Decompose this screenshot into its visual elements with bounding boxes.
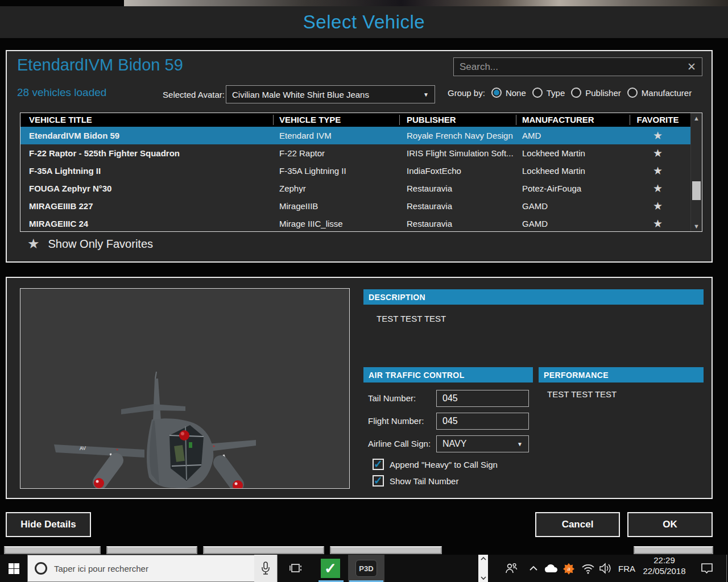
taskbar-clock[interactable]: 22:29 22/05/2018 — [638, 555, 690, 576]
start-button[interactable] — [0, 555, 27, 582]
checkbox-icon[interactable]: ✓ — [373, 475, 384, 487]
group-by-manufacturer[interactable]: Manufacturer — [627, 88, 692, 98]
column-header-favorite[interactable]: FAVORITE — [630, 115, 685, 125]
selected-avatar-label: Selected Avatar: — [154, 90, 225, 99]
cell-vehicle-title: F-22 Raptor - 525th Fighter Squadron — [20, 148, 274, 158]
cell-vehicle-type: Mirage IIIC_lisse — [274, 219, 400, 228]
green-check-icon: ✓ — [321, 559, 340, 578]
show-only-favorites-toggle[interactable]: ★ Show Only Favorites — [27, 236, 153, 252]
radio-label: Publisher — [585, 88, 621, 98]
table-row[interactable]: FOUGA Zephyr N°30 Zephyr Restauravia Pot… — [20, 180, 690, 197]
cancel-button[interactable]: Cancel — [535, 512, 620, 537]
language-indicator[interactable]: FRA — [617, 555, 637, 582]
cloud-icon — [544, 563, 559, 573]
svg-text:a: a — [567, 566, 570, 572]
checkbox-icon[interactable]: ✓ — [373, 459, 384, 470]
radio-icon — [491, 88, 502, 98]
scrollbar-thumb[interactable] — [692, 181, 701, 200]
group-by-publisher[interactable]: Publisher — [571, 88, 621, 98]
cell-favorite: ★ — [630, 129, 685, 142]
hidden-icons-button[interactable] — [527, 555, 540, 582]
selected-avatar-value: Civilian Male White Shirt Blue Jeans — [232, 90, 369, 99]
clear-search-icon[interactable]: ✕ — [681, 60, 702, 73]
taskbar-app-p3d[interactable]: P3D — [348, 555, 384, 582]
column-header-vehicle-type[interactable]: VEHICLE TYPE — [274, 115, 400, 125]
favorite-star-icon[interactable]: ★ — [653, 147, 663, 159]
group-by-none[interactable]: None — [491, 88, 526, 98]
vehicle-list-panel: EtendardIVM Bidon 59 28 vehicles loaded … — [6, 50, 713, 263]
favorite-star-icon[interactable]: ★ — [653, 182, 663, 194]
radio-icon — [571, 88, 581, 98]
table-row[interactable]: F-22 Raptor - 525th Fighter Squadron F-2… — [20, 144, 690, 162]
flight-number-input[interactable] — [436, 413, 529, 430]
table-row[interactable]: MIRAGEIIIB 227 MirageIIIB Restauravia GA… — [20, 197, 690, 215]
wifi-icon — [581, 563, 595, 574]
show-desktop-button[interactable] — [726, 555, 727, 582]
radio-label: Type — [547, 88, 565, 98]
cell-favorite: ★ — [630, 164, 685, 177]
table-row[interactable]: EtendardIVM Bidon 59 Etendard IVM Royale… — [20, 127, 690, 144]
overlay-scrollbar[interactable] — [478, 555, 488, 582]
check-mark: ✓ — [374, 475, 383, 486]
selected-avatar-dropdown[interactable]: Civilian Male White Shirt Blue Jeans ▼ — [226, 85, 435, 103]
microphone-zone[interactable] — [254, 555, 277, 582]
column-header-manufacturer[interactable]: MANUFACTURER — [516, 115, 630, 125]
table-row[interactable]: MIRAGEIIIC 24 Mirage IIIC_lisse Restaura… — [20, 215, 690, 232]
show-tail-number-checkbox-row[interactable]: ✓ Show Tail Number — [373, 475, 458, 487]
background-window-edge — [203, 546, 324, 554]
scroll-down-icon[interactable]: ▼ — [691, 223, 702, 230]
show-tail-number-label: Show Tail Number — [390, 476, 458, 486]
vehicles-loaded-count: 28 vehicles loaded — [17, 86, 106, 99]
clock-time: 22:29 — [638, 555, 690, 566]
task-view-button[interactable] — [283, 555, 309, 582]
action-center-button[interactable] — [697, 555, 717, 582]
description-header: DESCRIPTION — [363, 289, 704, 305]
favorite-star-icon[interactable]: ★ — [653, 165, 663, 177]
svg-text:AV: AV — [79, 445, 86, 451]
p3d-icon: P3D — [355, 560, 377, 577]
vehicle-details-panel: AV — [6, 277, 713, 499]
chevron-down-icon: ▼ — [423, 92, 429, 98]
ok-button[interactable]: OK — [627, 512, 713, 537]
search-input[interactable] — [454, 61, 681, 73]
chevron-down-icon[interactable] — [481, 576, 486, 580]
cell-favorite: ★ — [630, 217, 685, 230]
table-scrollbar[interactable]: ▲ ▼ — [690, 113, 702, 231]
taskbar: Taper ici pour rechercher ✓ P3 — [0, 555, 728, 582]
airline-call-sign-dropdown[interactable]: NAVY ▼ — [436, 435, 529, 452]
show-only-favorites-label: Show Only Favorites — [48, 238, 154, 251]
selected-vehicle-title: EtendardIVM Bidon 59 — [17, 56, 183, 74]
column-header-vehicle-title[interactable]: VEHICLE TITLE — [20, 115, 274, 125]
cell-manufacturer: Potez-AirFouga — [516, 184, 630, 193]
append-heavy-checkbox-row[interactable]: ✓ Append "Heavy" to Call Sign — [373, 459, 498, 470]
people-button[interactable] — [503, 555, 520, 582]
taskbar-search-box[interactable]: Taper ici pour rechercher — [27, 555, 278, 582]
chevron-up-icon[interactable] — [481, 556, 486, 561]
cell-publisher: Restauravia — [400, 219, 516, 228]
group-by-type[interactable]: Type — [532, 88, 565, 98]
onedrive-tray-icon[interactable] — [543, 555, 560, 582]
wifi-tray-icon[interactable] — [580, 555, 596, 582]
cell-manufacturer: Lockheed Martin — [516, 166, 630, 176]
cell-publisher: Royale French Navy Design — [400, 131, 516, 140]
group-by-label: Group by: — [448, 88, 485, 98]
background-window-edge — [4, 546, 101, 554]
background-window-edge — [330, 546, 442, 554]
tail-number-input[interactable] — [436, 390, 529, 407]
table-row[interactable]: F-35A Lightning II F-35A Lightning II In… — [20, 162, 690, 180]
description-text: TEST TEST TEST — [377, 314, 446, 323]
scroll-up-icon[interactable]: ▲ — [691, 115, 702, 122]
favorite-star-icon[interactable]: ★ — [653, 200, 663, 212]
column-header-publisher[interactable]: PUBLISHER — [400, 115, 516, 125]
avast-tray-icon[interactable]: a — [561, 555, 577, 582]
taskbar-app-green-check[interactable]: ✓ — [316, 555, 345, 582]
favorite-star-icon[interactable]: ★ — [653, 218, 663, 230]
hide-details-button[interactable]: Hide Details — [6, 512, 91, 537]
notification-icon — [700, 562, 714, 575]
cell-manufacturer: GAMD — [516, 219, 630, 228]
volume-tray-icon[interactable] — [597, 555, 614, 582]
vehicle-table-header: VEHICLE TITLE VEHICLE TYPE PUBLISHER MAN… — [20, 113, 690, 127]
favorite-star-icon[interactable]: ★ — [653, 130, 663, 142]
performance-text: TEST TEST TEST — [547, 389, 617, 399]
cell-manufacturer: AMD — [516, 131, 630, 140]
